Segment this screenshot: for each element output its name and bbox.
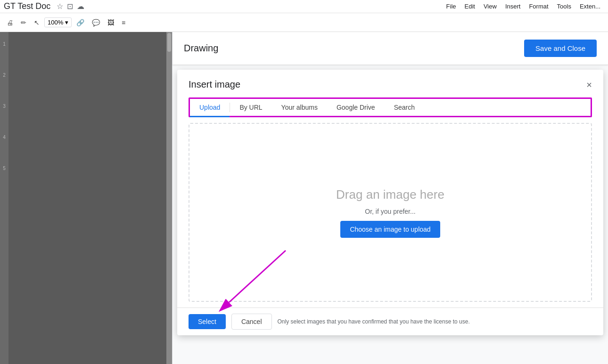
license-text: Only select images that you have confirm… — [278, 318, 592, 325]
menu-insert[interactable]: Insert — [501, 1, 525, 12]
toolbar: 🖨 ✏ ↖ 100% ▾ 🔗 💬 🖼 ≡ — [0, 13, 608, 32]
tab-google-drive[interactable]: Google Drive — [327, 99, 385, 117]
menu-bar: GT Test Doc ☆ ⊡ ☁ File Edit View Insert … — [0, 0, 608, 13]
upload-drop-area[interactable]: Drag an image here Or, if you prefer... … — [189, 123, 592, 302]
choose-image-button[interactable]: Choose an image to upload — [340, 221, 440, 238]
menu-extensions[interactable]: Exten... — [576, 1, 604, 12]
modal-header: Insert image × — [177, 70, 603, 90]
modal-title: Insert image — [189, 79, 240, 90]
tabs-container: Upload By URL Your albums Google Drive S… — [189, 97, 592, 117]
ruler-num-1: 1 — [3, 41, 6, 47]
menu-tools[interactable]: Tools — [553, 1, 575, 12]
menu-format[interactable]: Format — [525, 1, 552, 12]
drawing-title: Drawing — [184, 43, 218, 54]
save-close-button[interactable]: Save and Close — [524, 40, 597, 57]
tab-your-albums[interactable]: Your albums — [272, 99, 327, 117]
menu-file[interactable]: File — [443, 1, 460, 12]
comment-btn[interactable]: 💬 — [89, 17, 103, 28]
doc-title: GT Test Doc — [4, 1, 50, 11]
print-btn[interactable]: 🖨 — [4, 17, 16, 28]
scroll-bar[interactable] — [166, 32, 172, 364]
modal-close-button[interactable]: × — [586, 80, 592, 89]
tab-search[interactable]: Search — [385, 99, 424, 117]
vertical-ruler: 1 2 3 4 5 — [0, 32, 8, 364]
ruler-num-2: 2 — [3, 73, 6, 78]
drawing-panel: Drawing Save and Close Insert image × Up… — [172, 32, 608, 364]
star-icon[interactable]: ☆ — [57, 2, 63, 11]
cloud-icon[interactable]: ☁ — [77, 2, 84, 11]
insert-image-modal: Insert image × Upload By URL Your albums — [177, 70, 603, 335]
drawing-header: Drawing Save and Close — [173, 32, 608, 65]
image-btn[interactable]: 🖼 — [105, 17, 117, 28]
link-btn[interactable]: 🔗 — [74, 17, 87, 28]
doc-background: 1 2 3 4 5 — [0, 32, 172, 364]
align-btn[interactable]: ≡ — [119, 17, 128, 28]
menu-view[interactable]: View — [480, 1, 501, 12]
pointer-btn[interactable]: ↖ — [31, 17, 42, 28]
zoom-control[interactable]: 100% ▾ — [44, 17, 72, 27]
modal-footer: Select Cancel Only select images that yo… — [177, 307, 603, 335]
ruler-num-5: 5 — [3, 166, 6, 171]
tab-by-url[interactable]: By URL — [230, 99, 271, 117]
scroll-thumb[interactable] — [167, 33, 171, 52]
or-prefer-text: Or, if you prefer... — [365, 208, 415, 215]
tab-upload[interactable]: Upload — [190, 99, 230, 117]
select-button[interactable]: Select — [189, 314, 226, 329]
folder-icon[interactable]: ⊡ — [67, 2, 73, 11]
cancel-button[interactable]: Cancel — [231, 314, 272, 330]
menu-edit[interactable]: Edit — [461, 1, 479, 12]
paint-btn[interactable]: ✏ — [18, 17, 29, 28]
ruler-num-3: 3 — [3, 104, 6, 109]
drag-text: Drag an image here — [336, 187, 444, 202]
ruler-num-4: 4 — [3, 135, 6, 140]
